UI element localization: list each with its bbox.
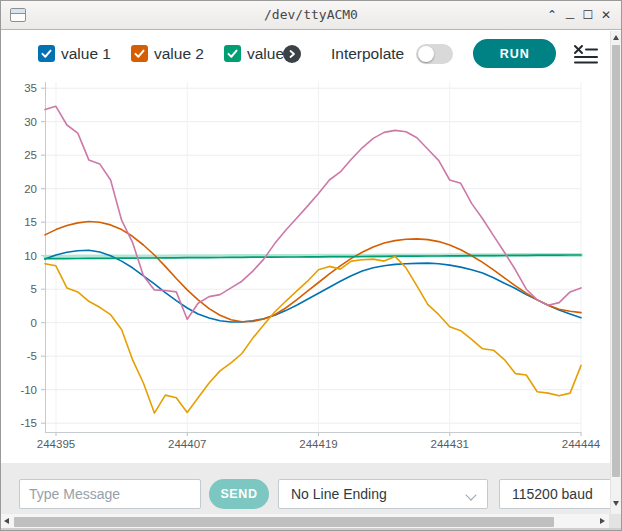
legend-label-value3: value 3 [247, 45, 288, 63]
legend-item-value2[interactable]: value 2 [131, 45, 204, 63]
scroll-left-icon[interactable] [4, 518, 9, 524]
legend-label-value2: value 2 [154, 45, 204, 63]
interpolate-toggle[interactable] [416, 44, 453, 64]
checkmark-icon [40, 47, 53, 60]
titlebar: /dev/ttyACM0 ⌃ ─ ☐ ✕ [1, 1, 621, 30]
checkbox-value3[interactable] [224, 45, 241, 62]
scroll-right-icon[interactable] [600, 518, 605, 524]
baud-rate-value: 115200 baud [512, 486, 593, 502]
toggle-knob [418, 46, 434, 62]
svg-text:25: 25 [24, 149, 37, 161]
run-button[interactable]: RUN [473, 39, 556, 68]
maximize-icon[interactable]: ☐ [579, 6, 597, 24]
scroll-down-icon[interactable] [613, 501, 619, 506]
svg-text:244407: 244407 [168, 438, 206, 450]
svg-text:244395: 244395 [37, 438, 75, 450]
close-icon[interactable]: ✕ [597, 6, 615, 24]
plotter-toolbar: value 1 value 2 value 3 Interpolate RUN [1, 31, 613, 76]
legend-item-value3[interactable]: value 3 [224, 45, 288, 63]
svg-text:0: 0 [31, 317, 37, 329]
baud-rate-dropdown[interactable]: 115200 baud [499, 479, 621, 509]
send-button[interactable]: SEND [209, 479, 269, 509]
svg-text:10: 10 [24, 250, 37, 262]
svg-text:244444: 244444 [562, 438, 601, 450]
svg-text:244431: 244431 [431, 438, 469, 450]
svg-text:35: 35 [24, 82, 37, 94]
checkbox-value1[interactable] [38, 45, 55, 62]
window-bottom-edge [1, 528, 622, 530]
minimize-icon[interactable]: ─ [561, 3, 579, 27]
message-bar: SEND No Line Ending 115200 baud [1, 463, 622, 514]
scroll-up-icon[interactable] [613, 35, 619, 40]
shade-window-icon[interactable]: ⌃ [543, 6, 561, 24]
svg-text:-10: -10 [20, 384, 37, 396]
legend-item-value1[interactable]: value 1 [38, 45, 111, 63]
horizontal-scrollbar-thumb[interactable] [14, 517, 554, 527]
checkmark-icon [133, 47, 146, 60]
svg-text:-15: -15 [20, 417, 37, 429]
svg-text:20: 20 [24, 183, 37, 195]
line-ending-value: No Line Ending [291, 486, 387, 502]
svg-text:-5: -5 [27, 350, 37, 362]
window-title: /dev/ttyACM0 [1, 7, 621, 22]
svg-text:244419: 244419 [299, 438, 337, 450]
message-input[interactable] [19, 479, 201, 509]
clear-list-icon[interactable] [573, 44, 598, 64]
svg-text:15: 15 [24, 216, 37, 228]
legend-next-button[interactable] [283, 45, 301, 63]
line-ending-dropdown[interactable]: No Line Ending [278, 479, 488, 509]
vertical-scrollbar-thumb[interactable] [612, 45, 620, 477]
window-controls: ⌃ ─ ☐ ✕ [543, 1, 615, 29]
checkbox-value2[interactable] [131, 45, 148, 62]
svg-text:5: 5 [31, 283, 37, 295]
checkmark-icon [226, 47, 239, 60]
legend-label-value1: value 1 [61, 45, 111, 63]
serial-plotter-window: /dev/ttyACM0 ⌃ ─ ☐ ✕ value 1 value 2 val… [0, 0, 622, 531]
chevron-down-icon [465, 489, 476, 500]
svg-text:30: 30 [24, 116, 37, 128]
vertical-scrollbar[interactable] [610, 31, 621, 514]
chevron-right-icon [287, 49, 297, 59]
serial-plotter-chart: 35302520151050-5-10-15244395244407244419… [1, 75, 613, 463]
interpolate-label: Interpolate [331, 45, 404, 63]
